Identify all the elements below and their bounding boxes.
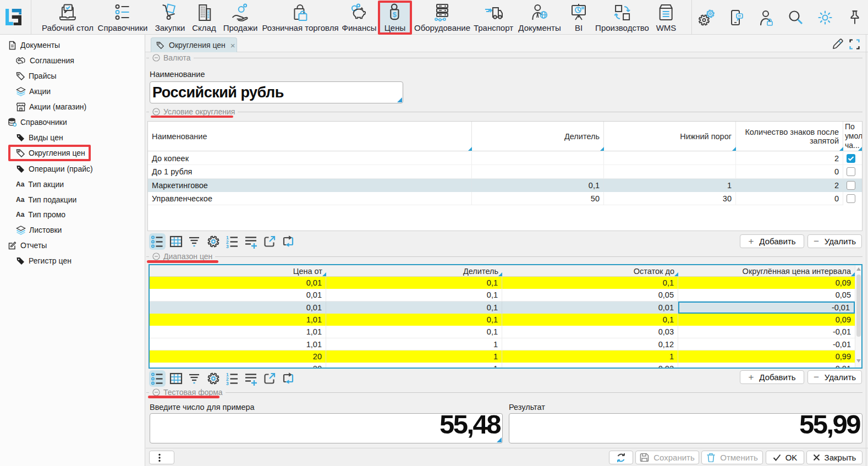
svg-text:3: 3 xyxy=(226,244,229,249)
svg-text:3: 3 xyxy=(226,381,229,386)
